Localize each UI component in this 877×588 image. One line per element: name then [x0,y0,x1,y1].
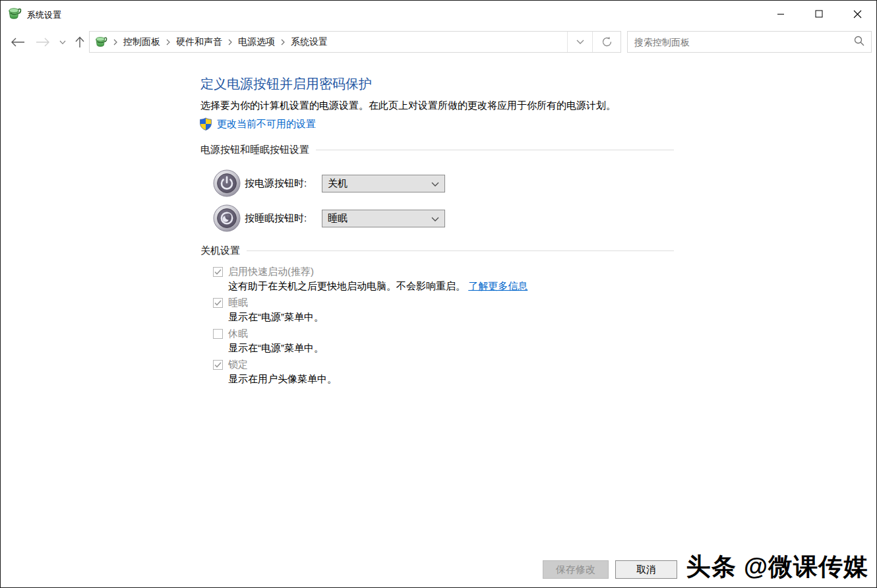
hibernate-checkbox-row[interactable]: 休眠 [213,328,248,340]
sleep-button-label: 按睡眠按钮时: [245,212,307,225]
search-box [627,31,872,53]
close-button[interactable] [838,1,876,27]
lock-checkbox[interactable] [213,360,223,370]
maximize-button[interactable] [800,1,838,27]
search-input[interactable] [634,37,854,47]
uac-shield-icon [199,117,212,131]
selected-value: 关机 [328,177,431,190]
checkbox-label: 休眠 [228,328,248,340]
breadcrumb-system-settings[interactable]: 系统设置 [291,36,328,48]
sleep-button-icon [213,204,241,232]
sleep-checkbox-row[interactable]: 睡眠 [213,297,248,309]
sleep-description: 显示在“电源”菜单中。 [228,311,324,324]
fast-startup-checkbox[interactable] [213,267,223,277]
section-header-label: 关机设置 [200,245,240,257]
fast-startup-checkbox-row[interactable]: 启用快速启动(推荐) [213,266,314,278]
description-text: 显示在用户头像菜单中。 [228,373,337,384]
up-button[interactable] [72,27,88,57]
section-header-label: 电源按钮和睡眠按钮设置 [200,144,309,156]
chevron-down-icon [431,213,439,225]
shutdown-section-header: 关机设置 [200,245,674,257]
description-text: 这有助于在关机之后更快地启动电脑。不会影响重启。 [228,280,466,291]
breadcrumb-chevron-icon [281,39,285,45]
breadcrumb-chevron-icon [228,39,232,45]
watermark-text: 头条 @微课传媒 [686,550,868,583]
lock-description: 显示在用户头像菜单中。 [228,373,337,386]
breadcrumb-hardware-sound[interactable]: 硬件和声音 [176,36,222,48]
sleep-checkbox[interactable] [213,298,223,308]
description-text: 显示在“电源”菜单中。 [228,311,324,322]
forward-button[interactable] [35,27,51,57]
uac-link-row[interactable]: 更改当前不可用的设置 [199,117,316,131]
breadcrumb-power-options[interactable]: 电源选项 [238,36,275,48]
checkbox-label: 锁定 [228,359,248,371]
window-controls [762,1,876,27]
title-bar: 系统设置 [1,1,876,27]
breadcrumb-chevron-icon [113,39,117,45]
power-buttons-section-header: 电源按钮和睡眠按钮设置 [200,144,674,156]
breadcrumb-chevron-icon [166,39,170,45]
cancel-button[interactable]: 取消 [615,560,677,579]
section-divider [247,250,674,251]
power-button-action-select[interactable]: 关机 [322,175,445,192]
checkbox-label: 睡眠 [228,297,248,309]
search-icon[interactable] [854,36,864,49]
refresh-icon[interactable] [592,32,620,52]
fast-startup-description: 这有助于在关机之后更快地启动电脑。不会影响重启。 了解更多信息 [228,280,528,293]
chevron-down-icon [431,178,439,190]
power-options-breadcrumb-icon [95,36,107,48]
power-button-row: 按电源按钮时: [213,169,307,197]
checkbox-label: 启用快速启动(推荐) [228,266,314,278]
hibernate-description: 显示在“电源”菜单中。 [228,342,324,355]
sleep-button-action-select[interactable]: 睡眠 [322,210,445,227]
power-button-icon [213,169,241,197]
power-button-label: 按电源按钮时: [245,177,307,190]
window-title: 系统设置 [27,9,61,21]
lock-checkbox-row[interactable]: 锁定 [213,359,248,371]
description-text: 显示在“电源”菜单中。 [228,342,324,353]
back-button[interactable] [10,27,26,57]
selected-value: 睡眠 [328,212,431,225]
system-settings-window: 系统设置 [0,0,877,588]
change-unavailable-settings-link[interactable]: 更改当前不可用的设置 [217,118,316,131]
recent-pages-chevron-icon[interactable] [57,27,69,57]
page-description: 选择要为你的计算机设置的电源设置。在此页上对设置所做的更改将应用于你所有的电源计… [200,100,616,112]
power-options-app-icon [8,7,22,20]
address-dropdown-chevron-icon[interactable] [567,32,592,52]
page-title: 定义电源按钮并启用密码保护 [200,75,372,93]
navigation-bar: 控制面板 硬件和声音 电源选项 系统设置 [1,27,876,57]
address-bar[interactable]: 控制面板 硬件和声音 电源选项 系统设置 [89,31,621,53]
section-divider [316,150,674,150]
learn-more-link[interactable]: 了解更多信息 [468,280,528,291]
breadcrumb-control-panel[interactable]: 控制面板 [123,36,160,48]
save-changes-button[interactable]: 保存修改 [543,560,609,579]
minimize-button[interactable] [762,1,800,27]
hibernate-checkbox[interactable] [213,329,223,339]
sleep-button-row: 按睡眠按钮时: [213,204,307,232]
